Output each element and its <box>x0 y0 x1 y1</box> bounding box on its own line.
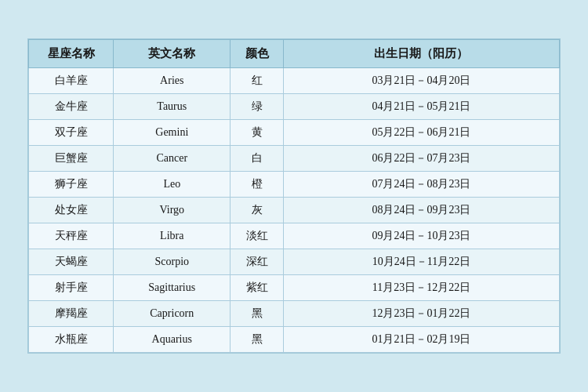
cell-color: 黄 <box>230 120 284 146</box>
table-row: 狮子座Leo橙07月24日－08月23日 <box>29 172 560 198</box>
table-row: 双子座Gemini黄05月22日－06月21日 <box>29 120 560 146</box>
cell-color: 橙 <box>230 172 284 198</box>
cell-english: Virgo <box>114 198 230 223</box>
cell-date: 07月24日－08月23日 <box>283 172 559 198</box>
cell-english: Gemini <box>114 120 230 146</box>
cell-date: 03月21日－04月20日 <box>283 68 559 94</box>
cell-chinese: 水瓶座 <box>29 327 114 353</box>
header-date: 出生日期（阳历） <box>283 40 559 68</box>
cell-date: 09月24日－10月23日 <box>283 223 559 249</box>
cell-english: Aries <box>114 68 230 94</box>
cell-chinese: 巨蟹座 <box>29 146 114 172</box>
cell-chinese: 射手座 <box>29 275 114 301</box>
cell-english: Taurus <box>114 94 230 120</box>
cell-english: Libra <box>114 223 230 249</box>
cell-chinese: 天秤座 <box>29 223 114 249</box>
cell-english: Sagittarius <box>114 275 230 301</box>
header-english: 英文名称 <box>114 40 230 68</box>
cell-english: Scorpio <box>114 249 230 275</box>
cell-chinese: 处女座 <box>29 198 114 223</box>
cell-english: Capricorn <box>114 301 230 327</box>
cell-chinese: 金牛座 <box>29 94 114 120</box>
cell-color: 紫红 <box>230 275 284 301</box>
cell-english: Leo <box>114 172 230 198</box>
cell-date: 12月23日－01月22日 <box>283 301 559 327</box>
header-chinese: 星座名称 <box>29 40 114 68</box>
cell-chinese: 天蝎座 <box>29 249 114 275</box>
table-row: 巨蟹座Cancer白06月22日－07月23日 <box>29 146 560 172</box>
table-row: 天蝎座Scorpio深红10月24日－11月22日 <box>29 249 560 275</box>
header-color: 颜色 <box>230 40 284 68</box>
zodiac-table-container: 星座名称 英文名称 颜色 出生日期（阳历） 白羊座Aries红03月21日－04… <box>27 38 561 354</box>
cell-chinese: 双子座 <box>29 120 114 146</box>
cell-english: Cancer <box>114 146 230 172</box>
table-row: 摩羯座Capricorn黑12月23日－01月22日 <box>29 301 560 327</box>
cell-color: 黑 <box>230 327 284 353</box>
cell-date: 08月24日－09月23日 <box>283 198 559 223</box>
cell-color: 淡红 <box>230 223 284 249</box>
table-row: 金牛座Taurus绿04月21日－05月21日 <box>29 94 560 120</box>
zodiac-table: 星座名称 英文名称 颜色 出生日期（阳历） 白羊座Aries红03月21日－04… <box>28 39 560 353</box>
cell-date: 10月24日－11月22日 <box>283 249 559 275</box>
cell-color: 红 <box>230 68 284 94</box>
cell-color: 深红 <box>230 249 284 275</box>
cell-chinese: 摩羯座 <box>29 301 114 327</box>
table-header-row: 星座名称 英文名称 颜色 出生日期（阳历） <box>29 40 560 68</box>
table-row: 天秤座Libra淡红09月24日－10月23日 <box>29 223 560 249</box>
cell-date: 05月22日－06月21日 <box>283 120 559 146</box>
cell-color: 绿 <box>230 94 284 120</box>
cell-color: 白 <box>230 146 284 172</box>
cell-date: 01月21日－02月19日 <box>283 327 559 353</box>
table-row: 白羊座Aries红03月21日－04月20日 <box>29 68 560 94</box>
cell-chinese: 狮子座 <box>29 172 114 198</box>
cell-date: 04月21日－05月21日 <box>283 94 559 120</box>
table-row: 射手座Sagittarius紫红11月23日－12月22日 <box>29 275 560 301</box>
cell-color: 灰 <box>230 198 284 223</box>
cell-chinese: 白羊座 <box>29 68 114 94</box>
cell-date: 11月23日－12月22日 <box>283 275 559 301</box>
cell-color: 黑 <box>230 301 284 327</box>
cell-english: Aquarius <box>114 327 230 353</box>
table-row: 水瓶座Aquarius黑01月21日－02月19日 <box>29 327 560 353</box>
cell-date: 06月22日－07月23日 <box>283 146 559 172</box>
table-body: 白羊座Aries红03月21日－04月20日金牛座Taurus绿04月21日－0… <box>29 68 560 353</box>
table-row: 处女座Virgo灰08月24日－09月23日 <box>29 198 560 223</box>
